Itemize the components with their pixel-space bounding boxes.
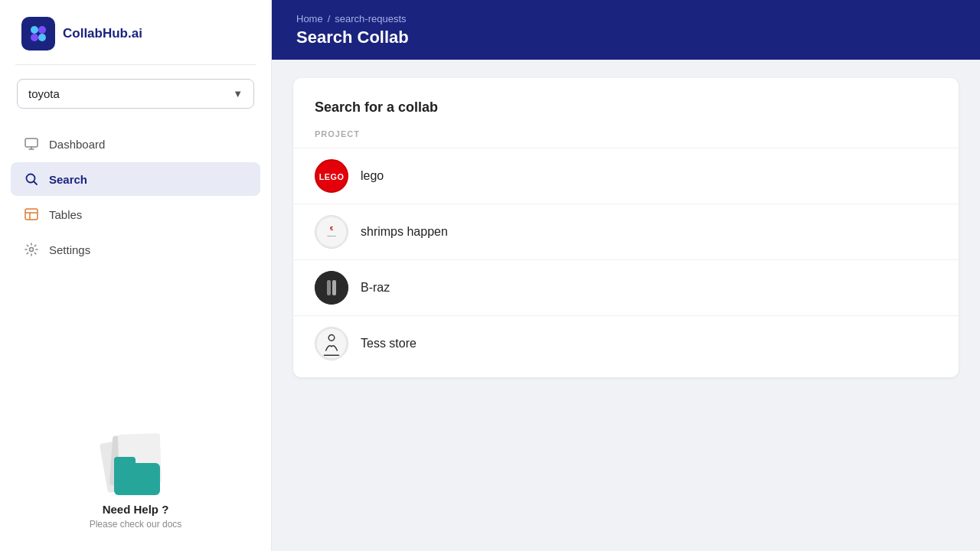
svg-rect-6: [25, 209, 38, 220]
org-selector-value: toyota: [28, 87, 60, 100]
breadcrumb: Home / search-requests: [296, 13, 956, 24]
main-content: Home / search-requests Search Collab Sea…: [272, 0, 980, 551]
collab-list: LEGO lego € ~~~ shrimp: [293, 148, 959, 371]
breadcrumb-current: search-requests: [335, 13, 406, 24]
sidebar-item-tables[interactable]: Tables: [11, 197, 260, 231]
sidebar-nav: Dashboard Search Tables: [0, 121, 271, 272]
content-area: Search for a collab PROJECT LEGO lego: [272, 60, 980, 551]
monitor-icon: [23, 135, 40, 152]
project-label: PROJECT: [293, 129, 959, 148]
collab-name-lego: lego: [361, 169, 384, 183]
collab-name-braz: B-raz: [361, 281, 390, 295]
svg-rect-4: [25, 139, 38, 147]
sidebar-item-tables-label: Tables: [49, 208, 82, 221]
search-icon: [23, 171, 40, 187]
sidebar-item-settings-label: Settings: [49, 243, 90, 256]
collab-name-tessstore: Tess store: [361, 337, 416, 350]
breadcrumb-separator: /: [328, 13, 331, 24]
svg-rect-14: [327, 280, 331, 295]
help-title: Need Help ?: [103, 503, 169, 516]
top-header: Home / search-requests Search Collab: [272, 0, 980, 60]
sidebar-item-settings[interactable]: Settings: [11, 233, 260, 266]
svg-point-0: [31, 26, 38, 34]
collab-item-lego[interactable]: LEGO lego: [293, 148, 959, 204]
sidebar-divider-top: [15, 64, 256, 65]
svg-point-13: [315, 271, 348, 305]
svg-text:€: €: [330, 225, 334, 232]
sidebar-item-dashboard-label: Dashboard: [49, 138, 105, 151]
collab-logo-braz: [315, 271, 348, 305]
svg-point-3: [38, 34, 46, 41]
collab-item-tessstore[interactable]: Tess store: [293, 315, 959, 371]
help-section: Need Help ? Please check our docs: [0, 419, 271, 551]
svg-point-16: [316, 328, 347, 359]
breadcrumb-home[interactable]: Home: [296, 13, 323, 24]
sidebar-item-search-label: Search: [49, 173, 87, 186]
search-card-title: Search for a collab: [293, 99, 959, 129]
svg-point-1: [38, 26, 46, 34]
tables-icon: [23, 206, 40, 223]
collab-logo-shrimps: € ~~~: [315, 215, 348, 249]
svg-text:LEGO: LEGO: [319, 172, 345, 181]
collab-logo-lego: LEGO: [315, 159, 348, 193]
settings-icon: [23, 241, 40, 258]
chevron-down-icon: ▼: [233, 88, 243, 99]
collab-name-shrimps: shrimps happen: [361, 225, 448, 239]
svg-point-2: [31, 34, 38, 41]
sidebar-item-dashboard[interactable]: Dashboard: [11, 127, 260, 161]
org-selector[interactable]: toyota ▼: [17, 79, 254, 109]
collab-item-shrimps[interactable]: € ~~~ shrimps happen: [293, 204, 959, 259]
collab-item-braz[interactable]: B-raz: [293, 259, 959, 315]
app-logo-area: CollabHub.ai: [0, 0, 271, 64]
help-illustration: [97, 434, 174, 495]
svg-point-7: [30, 248, 34, 252]
sidebar: CollabHub.ai toyota ▼ Dashboard Searc: [0, 0, 272, 551]
sidebar-item-search[interactable]: Search: [11, 162, 260, 196]
svg-point-5: [27, 174, 35, 183]
app-logo-icon: [21, 17, 55, 51]
help-subtitle: Please check our docs: [90, 519, 182, 530]
search-collab-card: Search for a collab PROJECT LEGO lego: [293, 78, 959, 377]
svg-text:~~~: ~~~: [327, 233, 336, 239]
svg-rect-15: [332, 280, 336, 295]
collab-logo-tessstore: [315, 327, 348, 360]
app-name: CollabHub.ai: [63, 26, 142, 41]
page-title: Search Collab: [296, 28, 956, 47]
